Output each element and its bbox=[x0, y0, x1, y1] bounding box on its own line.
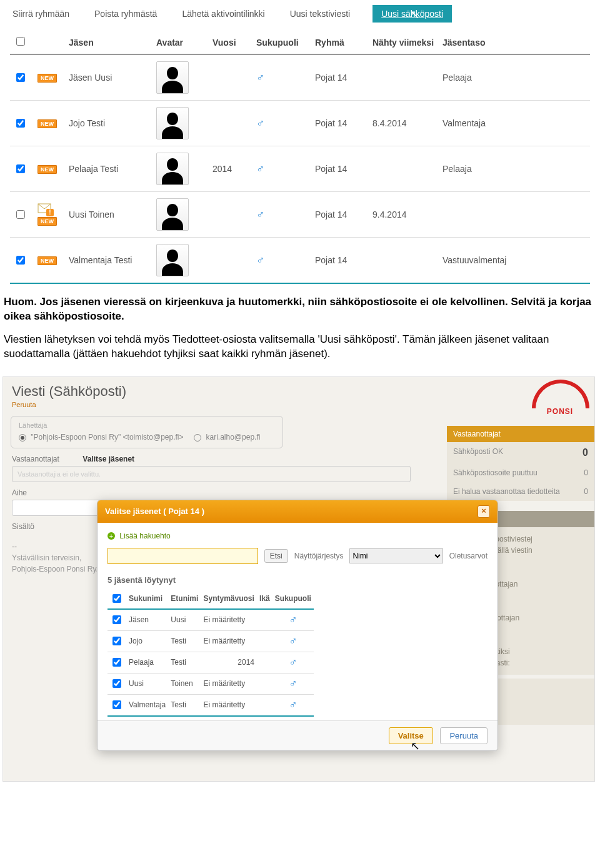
new-badge: NEW bbox=[38, 165, 57, 174]
row-checkbox[interactable] bbox=[16, 164, 25, 173]
modal-title: Valitse jäsenet ( Pojat 14 ) bbox=[105, 507, 204, 516]
toolbar-move[interactable]: Siirrä ryhmään bbox=[10, 5, 72, 23]
add-criteria[interactable]: + Lisää hakuehto bbox=[108, 532, 488, 540]
defaults-link[interactable]: Oletusarvot bbox=[449, 552, 488, 560]
male-icon: ♂ bbox=[256, 117, 265, 129]
member-group: Pojat 14 bbox=[311, 238, 369, 284]
choose-members-link[interactable]: Valitse jäsenet bbox=[82, 455, 134, 463]
row-checkbox[interactable] bbox=[112, 615, 121, 624]
cell-last: Jäsen bbox=[126, 609, 168, 631]
avatar bbox=[156, 61, 189, 94]
close-icon[interactable]: × bbox=[478, 505, 490, 518]
select-members-modal: Valitse jäsenet ( Pojat 14 ) × + Lisää h… bbox=[97, 500, 498, 751]
side-r2: Sähköpostiosoite puuttuu bbox=[453, 468, 538, 477]
member-level: Pelaaja bbox=[439, 54, 590, 101]
row-checkbox[interactable] bbox=[16, 210, 25, 219]
mcol-gender: Sukupuoli bbox=[272, 588, 314, 609]
compose-cancel[interactable]: Peruuta bbox=[12, 401, 586, 408]
help-text: Huom. Jos jäsenen vieressä on kirjeenkuv… bbox=[0, 286, 600, 374]
sender-label: Lähettäjä bbox=[19, 421, 275, 429]
sender-radio-2[interactable] bbox=[194, 434, 201, 442]
compose-title: Viesti (Sähköposti) bbox=[12, 383, 586, 400]
row-checkbox[interactable] bbox=[112, 679, 121, 688]
sort-select[interactable]: Nimi bbox=[349, 548, 442, 563]
cell-year: Ei määritetty bbox=[201, 630, 257, 652]
cell-year: Ei määritetty bbox=[201, 673, 257, 694]
toolbar-sms[interactable]: Uusi tekstiviesti bbox=[288, 5, 352, 23]
cell-first: Toinen bbox=[168, 673, 201, 694]
cell-first: Testi bbox=[168, 694, 201, 716]
member-seen bbox=[369, 238, 439, 284]
row-checkbox[interactable] bbox=[112, 637, 121, 645]
cell-first: Uusi bbox=[168, 609, 201, 631]
plus-icon: + bbox=[108, 532, 115, 540]
table-row: JojoTestiEi määritetty♂ bbox=[108, 630, 314, 652]
cursor-icon-2: ↖ bbox=[411, 739, 420, 751]
cell-last: Jojo bbox=[126, 630, 168, 652]
action-toolbar: Siirrä ryhmään Poista ryhmästä Lähetä ak… bbox=[0, 0, 600, 23]
modal-cancel-button[interactable]: Peruuta bbox=[440, 727, 488, 744]
toolbar-email[interactable]: Uusi sähköposti ↖ bbox=[372, 5, 452, 23]
content-label: Sisältö bbox=[12, 522, 81, 531]
cell-first: Testi bbox=[168, 630, 201, 652]
male-icon: ♂ bbox=[289, 656, 298, 669]
cell-year: Ei määritetty bbox=[201, 609, 257, 631]
email-warn-icon: ! bbox=[38, 203, 51, 215]
avatar bbox=[156, 153, 189, 185]
male-icon: ♂ bbox=[289, 699, 298, 711]
member-name[interactable]: Uusi Toinen bbox=[65, 192, 152, 238]
member-name[interactable]: Jojo Testi bbox=[65, 101, 152, 146]
row-checkbox[interactable] bbox=[16, 73, 25, 82]
cell-last: Uusi bbox=[126, 673, 168, 694]
sender-opt1: "Pohjois-Espoon Ponsi Ry" <toimisto@pep.… bbox=[31, 433, 183, 442]
found-table: Sukunimi Etunimi Syntymävuosi Ikä Sukupu… bbox=[108, 588, 314, 717]
compose-panel: PONSI Viesti (Sähköposti) Peruuta Lähett… bbox=[2, 376, 595, 782]
row-checkbox[interactable] bbox=[112, 658, 121, 667]
table-row: NEWJojo Testi♂Pojat 148.4.2014Valmentaja bbox=[10, 101, 590, 146]
col-level: Jäsentaso bbox=[439, 30, 590, 54]
search-input[interactable] bbox=[108, 548, 258, 564]
cell-year: 2014 bbox=[201, 652, 257, 673]
new-badge: NEW bbox=[38, 217, 57, 226]
table-row: JäsenUusiEi määritetty♂ bbox=[108, 609, 314, 631]
member-year bbox=[209, 54, 252, 101]
side-v3: 0 bbox=[584, 487, 588, 496]
club-logo: PONSI bbox=[532, 380, 588, 416]
member-year bbox=[209, 238, 252, 284]
member-name[interactable]: Pelaaja Testi bbox=[65, 146, 152, 192]
cell-last: Valmentaja bbox=[126, 694, 168, 716]
mcol-last: Sukunimi bbox=[126, 588, 168, 609]
new-badge: NEW bbox=[38, 256, 57, 265]
cursor-icon: ↖ bbox=[410, 8, 419, 21]
side-r1: Sähköposti OK bbox=[453, 447, 503, 458]
new-badge: NEW bbox=[38, 119, 57, 128]
male-icon: ♂ bbox=[289, 635, 298, 647]
mcol-year: Syntymävuosi bbox=[201, 588, 257, 609]
side-r3: Ei halua vastaanottaa tiedotteita bbox=[453, 487, 560, 496]
mcol-age: Ikä bbox=[257, 588, 272, 609]
recipients-input[interactable]: Vastaanottajia ei ole valittu. bbox=[12, 466, 411, 482]
male-icon: ♂ bbox=[289, 677, 298, 690]
row-checkbox[interactable] bbox=[16, 119, 25, 128]
member-year bbox=[209, 192, 252, 238]
member-name[interactable]: Valmentaja Testi bbox=[65, 238, 152, 284]
table-row: NEWPelaaja Testi2014♂Pojat 14Pelaaja bbox=[10, 146, 590, 192]
sender-opt2: kari.alho@pep.fi bbox=[206, 433, 261, 442]
toolbar-remove[interactable]: Poista ryhmästä bbox=[92, 5, 159, 23]
col-member: Jäsen bbox=[65, 30, 152, 54]
recipients-label: Vastaanottajat bbox=[12, 455, 81, 463]
table-row: !NEWUusi Toinen♂Pojat 149.4.2014 bbox=[10, 192, 590, 238]
member-seen bbox=[369, 146, 439, 192]
sender-radio-1[interactable] bbox=[19, 434, 26, 442]
member-name[interactable]: Jäsen Uusi bbox=[65, 54, 152, 101]
search-button[interactable]: Etsi bbox=[264, 549, 288, 563]
select-all-checkbox[interactable] bbox=[16, 37, 25, 46]
col-avatar: Avatar bbox=[152, 30, 209, 54]
modal-select-all[interactable] bbox=[112, 594, 121, 603]
col-year: Vuosi bbox=[209, 30, 252, 54]
row-checkbox[interactable] bbox=[16, 256, 25, 265]
avatar bbox=[156, 244, 189, 276]
toolbar-actlink[interactable]: Lähetä aktivointilinkki bbox=[179, 5, 267, 23]
row-checkbox[interactable] bbox=[112, 700, 121, 709]
members-table: Jäsen Avatar Vuosi Sukupuoli Ryhmä Nähty… bbox=[10, 30, 590, 284]
